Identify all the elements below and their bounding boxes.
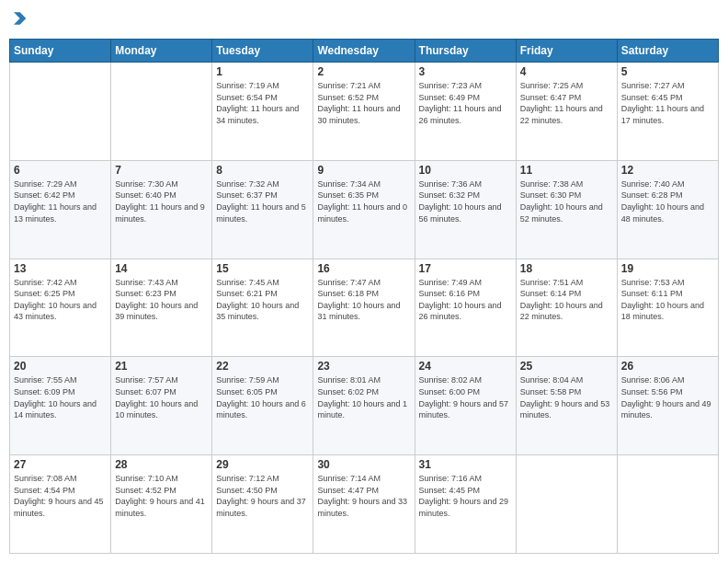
day-detail: Sunrise: 8:06 AM Sunset: 5:56 PM Dayligh… (621, 374, 714, 420)
calendar-cell (516, 455, 617, 554)
calendar-header-row: SundayMondayTuesdayWednesdayThursdayFrid… (10, 40, 719, 63)
day-detail: Sunrise: 7:43 AM Sunset: 6:23 PM Dayligh… (115, 277, 208, 323)
calendar-header-monday: Monday (111, 40, 212, 63)
day-number: 3 (419, 65, 512, 78)
day-detail: Sunrise: 7:36 AM Sunset: 6:32 PM Dayligh… (419, 178, 512, 224)
day-number: 25 (520, 360, 613, 373)
day-detail: Sunrise: 7:55 AM Sunset: 6:09 PM Dayligh… (14, 374, 107, 420)
day-number: 11 (520, 164, 613, 177)
calendar-header-tuesday: Tuesday (212, 40, 313, 63)
calendar-cell: 13Sunrise: 7:42 AM Sunset: 6:25 PM Dayli… (10, 259, 111, 357)
calendar-header-friday: Friday (516, 40, 617, 63)
day-number: 5 (621, 65, 714, 78)
calendar-cell: 29Sunrise: 7:12 AM Sunset: 4:50 PM Dayli… (212, 455, 313, 554)
day-number: 10 (419, 164, 512, 177)
calendar-cell: 9Sunrise: 7:34 AM Sunset: 6:35 PM Daylig… (313, 160, 415, 259)
calendar-cell: 4Sunrise: 7:25 AM Sunset: 6:47 PM Daylig… (516, 63, 617, 161)
calendar-header-thursday: Thursday (415, 40, 516, 63)
calendar-cell: 23Sunrise: 8:01 AM Sunset: 6:02 PM Dayli… (313, 357, 415, 455)
page: SundayMondayTuesdayWednesdayThursdayFrid… (0, 0, 728, 563)
day-detail: Sunrise: 7:12 AM Sunset: 4:50 PM Dayligh… (216, 473, 309, 519)
day-detail: Sunrise: 7:14 AM Sunset: 4:47 PM Dayligh… (317, 473, 410, 519)
calendar-cell: 19Sunrise: 7:53 AM Sunset: 6:11 PM Dayli… (617, 259, 718, 357)
calendar-cell: 15Sunrise: 7:45 AM Sunset: 6:21 PM Dayli… (212, 259, 313, 357)
day-number: 18 (520, 262, 613, 275)
day-detail: Sunrise: 7:40 AM Sunset: 6:28 PM Dayligh… (621, 178, 714, 224)
day-number: 7 (115, 164, 208, 177)
calendar-cell (617, 455, 718, 554)
day-detail: Sunrise: 7:27 AM Sunset: 6:45 PM Dayligh… (621, 80, 714, 126)
day-number: 26 (621, 360, 714, 373)
day-detail: Sunrise: 7:34 AM Sunset: 6:35 PM Dayligh… (317, 178, 410, 224)
day-detail: Sunrise: 7:47 AM Sunset: 6:18 PM Dayligh… (317, 277, 410, 323)
calendar-cell: 3Sunrise: 7:23 AM Sunset: 6:49 PM Daylig… (415, 63, 516, 161)
day-detail: Sunrise: 7:23 AM Sunset: 6:49 PM Dayligh… (419, 80, 512, 126)
calendar-cell: 17Sunrise: 7:49 AM Sunset: 6:16 PM Dayli… (415, 259, 516, 357)
day-number: 6 (14, 164, 107, 177)
day-detail: Sunrise: 8:04 AM Sunset: 5:58 PM Dayligh… (520, 374, 613, 420)
calendar-cell: 16Sunrise: 7:47 AM Sunset: 6:18 PM Dayli… (313, 259, 415, 357)
day-detail: Sunrise: 7:45 AM Sunset: 6:21 PM Dayligh… (216, 277, 309, 323)
calendar-cell: 12Sunrise: 7:40 AM Sunset: 6:28 PM Dayli… (617, 160, 718, 259)
day-detail: Sunrise: 7:51 AM Sunset: 6:14 PM Dayligh… (520, 277, 613, 323)
day-detail: Sunrise: 7:08 AM Sunset: 4:54 PM Dayligh… (14, 473, 107, 519)
calendar-cell: 18Sunrise: 7:51 AM Sunset: 6:14 PM Dayli… (516, 259, 617, 357)
day-number: 14 (115, 262, 208, 275)
day-detail: Sunrise: 7:42 AM Sunset: 6:25 PM Dayligh… (14, 277, 107, 323)
day-number: 21 (115, 360, 208, 373)
calendar-week-2: 6Sunrise: 7:29 AM Sunset: 6:42 PM Daylig… (10, 160, 719, 259)
calendar-week-5: 27Sunrise: 7:08 AM Sunset: 4:54 PM Dayli… (10, 455, 719, 554)
calendar-cell: 5Sunrise: 7:27 AM Sunset: 6:45 PM Daylig… (617, 63, 718, 161)
calendar-header-sunday: Sunday (10, 40, 111, 63)
calendar-cell: 21Sunrise: 7:57 AM Sunset: 6:07 PM Dayli… (111, 357, 212, 455)
day-detail: Sunrise: 7:10 AM Sunset: 4:52 PM Dayligh… (115, 473, 208, 519)
day-number: 31 (419, 458, 512, 471)
day-detail: Sunrise: 7:32 AM Sunset: 6:37 PM Dayligh… (216, 178, 309, 224)
day-detail: Sunrise: 7:38 AM Sunset: 6:30 PM Dayligh… (520, 178, 613, 224)
day-number: 2 (317, 65, 410, 78)
day-number: 20 (14, 360, 107, 373)
day-detail: Sunrise: 7:57 AM Sunset: 6:07 PM Dayligh… (115, 374, 208, 420)
calendar-week-1: 1Sunrise: 7:19 AM Sunset: 6:54 PM Daylig… (10, 63, 719, 161)
calendar-cell: 31Sunrise: 7:16 AM Sunset: 4:45 PM Dayli… (415, 455, 516, 554)
svg-marker-0 (14, 12, 26, 24)
calendar-cell: 11Sunrise: 7:38 AM Sunset: 6:30 PM Dayli… (516, 160, 617, 259)
day-number: 9 (317, 164, 410, 177)
day-number: 15 (216, 262, 309, 275)
calendar-cell: 7Sunrise: 7:30 AM Sunset: 6:40 PM Daylig… (111, 160, 212, 259)
calendar-cell: 28Sunrise: 7:10 AM Sunset: 4:52 PM Dayli… (111, 455, 212, 554)
header (9, 9, 719, 31)
calendar-cell: 14Sunrise: 7:43 AM Sunset: 6:23 PM Dayli… (111, 259, 212, 357)
calendar-week-3: 13Sunrise: 7:42 AM Sunset: 6:25 PM Dayli… (10, 259, 719, 357)
day-number: 4 (520, 65, 613, 78)
calendar-cell: 30Sunrise: 7:14 AM Sunset: 4:47 PM Dayli… (313, 455, 415, 554)
day-number: 24 (419, 360, 512, 373)
day-number: 19 (621, 262, 714, 275)
day-detail: Sunrise: 7:21 AM Sunset: 6:52 PM Dayligh… (317, 80, 410, 126)
day-detail: Sunrise: 7:19 AM Sunset: 6:54 PM Dayligh… (216, 80, 309, 126)
day-detail: Sunrise: 7:59 AM Sunset: 6:05 PM Dayligh… (216, 374, 309, 420)
day-number: 28 (115, 458, 208, 471)
day-number: 13 (14, 262, 107, 275)
day-detail: Sunrise: 7:29 AM Sunset: 6:42 PM Dayligh… (14, 178, 107, 224)
calendar: SundayMondayTuesdayWednesdayThursdayFrid… (9, 39, 719, 554)
day-detail: Sunrise: 7:30 AM Sunset: 6:40 PM Dayligh… (115, 178, 208, 224)
calendar-cell: 1Sunrise: 7:19 AM Sunset: 6:54 PM Daylig… (212, 63, 313, 161)
day-detail: Sunrise: 8:01 AM Sunset: 6:02 PM Dayligh… (317, 374, 410, 420)
day-detail: Sunrise: 7:25 AM Sunset: 6:47 PM Dayligh… (520, 80, 613, 126)
calendar-cell: 22Sunrise: 7:59 AM Sunset: 6:05 PM Dayli… (212, 357, 313, 455)
calendar-header-wednesday: Wednesday (313, 40, 415, 63)
day-number: 23 (317, 360, 410, 373)
day-number: 30 (317, 458, 410, 471)
logo-icon (9, 9, 28, 28)
day-number: 1 (216, 65, 309, 78)
calendar-cell (10, 63, 111, 161)
calendar-header-saturday: Saturday (617, 40, 718, 63)
day-detail: Sunrise: 7:53 AM Sunset: 6:11 PM Dayligh… (621, 277, 714, 323)
calendar-cell: 8Sunrise: 7:32 AM Sunset: 6:37 PM Daylig… (212, 160, 313, 259)
calendar-cell: 24Sunrise: 8:02 AM Sunset: 6:00 PM Dayli… (415, 357, 516, 455)
day-detail: Sunrise: 8:02 AM Sunset: 6:00 PM Dayligh… (419, 374, 512, 420)
day-number: 17 (419, 262, 512, 275)
calendar-cell: 2Sunrise: 7:21 AM Sunset: 6:52 PM Daylig… (313, 63, 415, 161)
logo (9, 9, 29, 31)
